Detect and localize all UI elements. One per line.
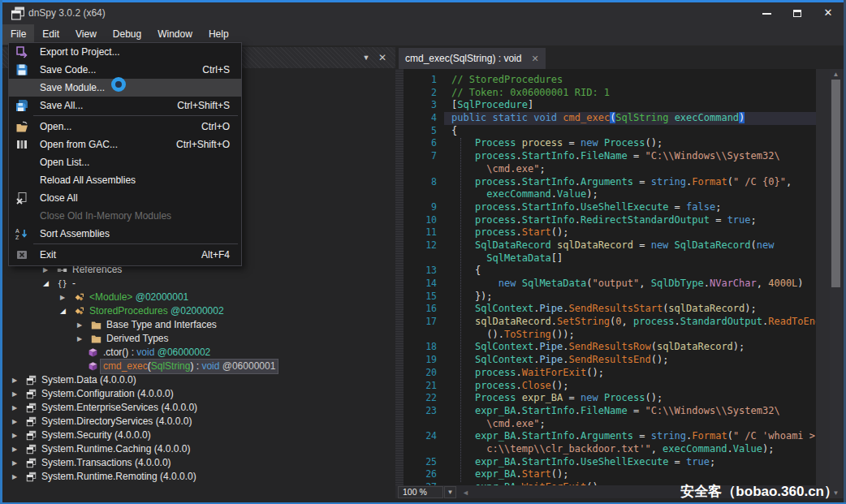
tree-row[interactable]: ▶System.Configuration (4.0.0.0) bbox=[2, 387, 395, 401]
menu-item-reload-all-assemblies[interactable]: Reload All Assemblies bbox=[9, 171, 241, 189]
tree-row[interactable]: ▶System.Security (4.0.0.0) bbox=[2, 429, 395, 442]
code-line: { bbox=[444, 265, 816, 278]
code-line: process.StartInfo.UseShellExecute = fals… bbox=[444, 201, 816, 214]
line-number: 26 bbox=[404, 468, 441, 481]
zoom-combobox[interactable]: 100 % ▼ bbox=[398, 486, 443, 498]
menu-item-sort-assemblies[interactable]: AZSort Assemblies bbox=[9, 225, 241, 243]
assembly-icon bbox=[26, 389, 37, 400]
expand-icon[interactable]: ▶ bbox=[12, 401, 17, 415]
line-number: 14 bbox=[404, 278, 441, 291]
expand-icon[interactable]: ▶ bbox=[12, 442, 17, 456]
line-number: 21 bbox=[404, 380, 441, 393]
watermark: 安全客（bobao.360.cn） bbox=[680, 482, 838, 501]
tree-row[interactable]: ◢StoredProcedures @02000002 bbox=[2, 304, 395, 318]
tree-row[interactable]: ▶System.Runtime.Caching (4.0.0.0) bbox=[2, 442, 395, 456]
code-line: public static void cmd_exec(SqlString ex… bbox=[444, 112, 816, 125]
maximize-button[interactable] bbox=[782, 2, 813, 24]
tree-row[interactable]: cmd_exec(SqlString) : void @06000001 bbox=[2, 360, 395, 373]
assembly-icon bbox=[26, 444, 37, 455]
breakpoint-gutter[interactable] bbox=[395, 69, 404, 485]
close-icon[interactable]: ✕ bbox=[376, 51, 389, 64]
scroll-up-icon[interactable]: ▲ bbox=[830, 70, 842, 80]
collapse-icon[interactable]: ◢ bbox=[60, 304, 66, 318]
code-editor[interactable]: 1234567891011121314151617181920212223242… bbox=[395, 69, 816, 485]
expand-icon[interactable]: ▶ bbox=[77, 318, 82, 332]
line-number bbox=[404, 329, 441, 342]
tree-item-label: cmd_exec(SqlString) : void @06000001 bbox=[101, 360, 278, 373]
app-window: dnSpy 3.0.2 (x64) ✕ FileEditViewDebugWin… bbox=[0, 0, 846, 504]
code-line: { bbox=[444, 125, 816, 138]
vertical-scrollbar-thumb[interactable] bbox=[831, 80, 840, 287]
collapse-icon[interactable]: ◢ bbox=[43, 277, 49, 291]
window-border-left bbox=[0, 0, 2, 504]
menu-item-open[interactable]: Open...Ctrl+O bbox=[9, 118, 241, 136]
code-line: \cmd.exe"; bbox=[444, 163, 816, 176]
tree-row[interactable]: ▶System.Data (4.0.0.0) bbox=[2, 373, 395, 387]
code-line: process.WaitForExit(); bbox=[444, 367, 816, 380]
class-icon bbox=[74, 292, 85, 304]
tree-row[interactable]: ▶<Module> @02000001 bbox=[2, 291, 395, 304]
expand-icon[interactable]: ▶ bbox=[12, 470, 17, 484]
folder-icon bbox=[91, 320, 102, 331]
minimize-button[interactable] bbox=[751, 2, 782, 24]
line-number: 12 bbox=[404, 239, 441, 252]
expand-icon[interactable]: ▶ bbox=[12, 387, 17, 401]
menu-item-exit[interactable]: ExitAlt+F4 bbox=[9, 246, 241, 264]
code-line: SqlContext.Pipe.SendResultsEnd(); bbox=[444, 354, 816, 367]
menu-item-shortcut: Ctrl+O bbox=[201, 118, 230, 136]
vertical-scrollbar[interactable]: ▲ ▼ bbox=[830, 69, 842, 499]
menu-item-open-list[interactable]: Open List... bbox=[9, 153, 241, 171]
code-line: // StoredProcedures bbox=[444, 74, 816, 87]
tree-row[interactable]: ◢{}- bbox=[2, 277, 395, 291]
tree-item-label: System.Data (4.0.0.0) bbox=[41, 373, 136, 387]
tree-row[interactable]: ▶System.EnterpriseServices (4.0.0.0) bbox=[2, 401, 395, 415]
line-number: 20 bbox=[404, 367, 441, 380]
tree-item-label: - bbox=[72, 277, 76, 291]
code-line: process.StartInfo.Arguments = string.For… bbox=[444, 176, 816, 189]
tab-cmd-exec[interactable]: cmd_exec(SqlString) : void✕ bbox=[399, 48, 546, 69]
svg-text:A: A bbox=[15, 228, 19, 234]
scroll-left-icon[interactable]: ◄ bbox=[462, 489, 469, 497]
menu-item-save-module[interactable]: Save Module... bbox=[9, 79, 241, 97]
line-number: 18 bbox=[404, 341, 441, 354]
tree-row[interactable]: .ctor() : void @06000002 bbox=[2, 346, 395, 360]
menu-item-save-code[interactable]: Save Code...Ctrl+S bbox=[9, 61, 241, 79]
menu-item-export-to-project[interactable]: Export to Project... bbox=[9, 43, 241, 61]
method-icon bbox=[88, 347, 99, 359]
tree-row[interactable]: ▶System.Transactions (4.0.0.0) bbox=[2, 456, 395, 470]
code-line: [SqlProcedure] bbox=[444, 99, 816, 112]
expand-icon[interactable]: ▶ bbox=[12, 456, 17, 470]
expand-icon[interactable]: ▶ bbox=[12, 373, 17, 387]
line-numbers: 1234567891011121314151617181920212223242… bbox=[404, 74, 441, 485]
tree-row[interactable]: ▶Derived Types bbox=[2, 332, 395, 346]
tree-row[interactable]: ▶System.Runtime.Remoting (4.0.0.0) bbox=[2, 470, 395, 484]
code-line: sqlDataRecord.SetString(0, process.Stand… bbox=[444, 316, 816, 329]
close-all-icon bbox=[15, 192, 28, 205]
file-menu: Export to Project...Save Code...Ctrl+SSa… bbox=[8, 42, 242, 266]
tabstrip: cmd_exec(SqlString) : void✕ bbox=[395, 45, 844, 69]
chevron-down-icon[interactable]: ▼ bbox=[444, 486, 456, 498]
code-line: c:\\temp\\clr_backdoor.txt'", execComman… bbox=[444, 443, 816, 456]
expand-icon[interactable]: ▶ bbox=[12, 429, 17, 442]
close-button[interactable]: ✕ bbox=[813, 2, 844, 24]
tree-row[interactable]: ▶Base Type and Interfaces bbox=[2, 318, 395, 332]
tab-close-icon[interactable]: ✕ bbox=[531, 48, 538, 69]
tree-item-label: StoredProcedures @02000002 bbox=[89, 304, 224, 318]
expand-icon[interactable]: ▶ bbox=[60, 291, 65, 304]
tree-item-label: System.Runtime.Remoting (4.0.0.0) bbox=[41, 470, 196, 484]
assembly-icon bbox=[26, 458, 37, 469]
menu-item-shortcut: Ctrl+Shift+O bbox=[176, 136, 230, 153]
line-number bbox=[404, 163, 441, 176]
zoom-level: 100 % bbox=[403, 487, 427, 497]
line-number: 16 bbox=[404, 303, 441, 316]
menu-item-close-all[interactable]: Close All bbox=[9, 189, 241, 207]
tree-item-label: Base Type and Interfaces bbox=[106, 318, 217, 332]
expand-icon[interactable]: ▶ bbox=[12, 415, 17, 429]
menu-item-open-from-gac[interactable]: Open from GAC...Ctrl+Shift+O bbox=[9, 136, 241, 153]
tree-row[interactable]: ▶System.DirectoryServices (4.0.0.0) bbox=[2, 415, 395, 429]
namespace-icon: {} bbox=[57, 278, 68, 290]
expand-icon[interactable]: ▶ bbox=[77, 332, 82, 346]
chevron-down-icon[interactable]: ▼ bbox=[360, 51, 373, 64]
menu-item-save-all[interactable]: Save All...Ctrl+Shift+S bbox=[9, 97, 241, 114]
window-border-top bbox=[0, 0, 846, 2]
